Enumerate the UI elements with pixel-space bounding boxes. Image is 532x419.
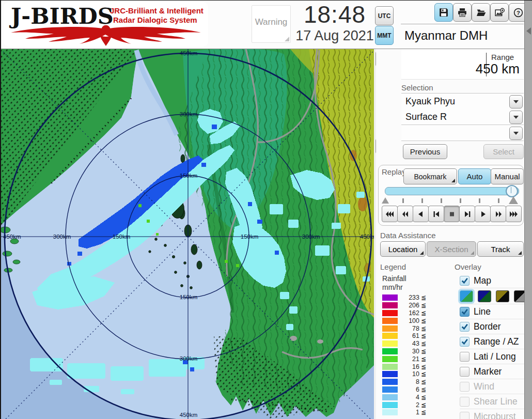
mmt-button[interactable]: MMT bbox=[375, 26, 394, 45]
checkbox-marker[interactable] bbox=[460, 367, 470, 377]
print-button[interactable] bbox=[453, 3, 472, 22]
legend-row: 233 ≦ bbox=[382, 294, 439, 302]
legend-swatch bbox=[382, 333, 398, 339]
timeline-start-marker[interactable] bbox=[382, 197, 389, 204]
legend-row: 1 ≦ bbox=[382, 409, 439, 416]
checkbox-range-az[interactable] bbox=[460, 337, 470, 347]
map-style-navy-darkgreen[interactable] bbox=[478, 290, 491, 302]
overlay-item-label: Marker bbox=[474, 366, 502, 377]
fast-rewind-triple-button[interactable] bbox=[382, 206, 398, 222]
legend-value: 1 bbox=[398, 409, 419, 416]
legend-scale: 233 ≦ 206 ≦ 162 ≦ 100 ≦ 78 ≦ 61 ≦ 43 ≦ 3… bbox=[382, 294, 439, 416]
legend-swatch bbox=[382, 364, 398, 370]
legend-row: 2 ≦ bbox=[382, 401, 439, 409]
utc-button[interactable]: UTC bbox=[375, 6, 394, 25]
overlay-item-border[interactable]: Border bbox=[460, 319, 525, 334]
open-file-button[interactable] bbox=[472, 3, 490, 22]
legend-operator: ≦ bbox=[421, 355, 426, 363]
legend-operator: ≦ bbox=[421, 340, 426, 347]
legend-row: 30 ≦ bbox=[382, 348, 439, 355]
radar-map-area[interactable]: 450km300km150km150km300km450km450km300km… bbox=[1, 49, 374, 419]
capture-button[interactable] bbox=[490, 3, 509, 22]
overlay-item-label: Map bbox=[474, 275, 491, 286]
jbirds-application: J-BIRDS JRC-Brilliant & Intelligent Rada… bbox=[0, 0, 532, 419]
location-button[interactable]: Location bbox=[380, 241, 426, 257]
legend-value: 16 bbox=[398, 363, 419, 370]
step-forward-icon bbox=[463, 210, 472, 218]
image-add-icon bbox=[495, 8, 505, 18]
legend-operator: ≦ bbox=[421, 317, 426, 324]
legend-swatch bbox=[382, 325, 398, 332]
replay-timeline-track[interactable] bbox=[385, 187, 519, 195]
selection-dropdown-product[interactable]: Surface R bbox=[401, 109, 524, 125]
play-reverse-button[interactable] bbox=[413, 206, 429, 222]
legend-operator: ≦ bbox=[421, 309, 426, 317]
track-button[interactable]: Track bbox=[477, 241, 524, 257]
replay-timeline-handle[interactable] bbox=[506, 185, 518, 197]
logo-title: J-BIRDS bbox=[9, 3, 114, 29]
collapse-panel-icon[interactable] bbox=[526, 27, 531, 35]
open-folder-icon bbox=[476, 8, 486, 18]
range-value: 450 km bbox=[476, 61, 520, 77]
fast-forward-button[interactable] bbox=[490, 206, 506, 222]
dropdown-arrow-button[interactable] bbox=[509, 111, 523, 124]
clock-time: 18:48 bbox=[293, 1, 376, 28]
legend-value: 233 bbox=[398, 294, 419, 301]
manual-button[interactable]: Manual bbox=[491, 168, 524, 184]
ring-label: 150km bbox=[180, 173, 198, 179]
data-assistance-label: Data Assistance bbox=[380, 231, 436, 240]
legend-row: 21 ≦ bbox=[382, 355, 439, 363]
select-button[interactable]: Select bbox=[483, 144, 524, 159]
fast-forward-triple-button[interactable] bbox=[506, 206, 522, 222]
overlay-item-wind: Wind bbox=[460, 379, 525, 394]
dropdown-arrow-button[interactable] bbox=[509, 127, 523, 140]
panel-edge-strip bbox=[524, 1, 532, 419]
legend-operator: ≦ bbox=[421, 370, 426, 378]
bookmark-button[interactable]: Bookmark bbox=[403, 168, 457, 184]
checkbox-border[interactable] bbox=[460, 322, 470, 332]
overlay-item-label: Line bbox=[474, 306, 491, 317]
legend-value: 30 bbox=[398, 348, 419, 355]
overlay-item-marker[interactable]: Marker bbox=[460, 364, 525, 379]
selection-dropdown-site[interactable]: Kyauk Phyu bbox=[401, 93, 524, 110]
overlay-item-map[interactable]: Map bbox=[460, 273, 525, 288]
header-bar: J-BIRDS JRC-Brilliant & Intelligent Rada… bbox=[1, 1, 532, 49]
range-panel: Range 450 km bbox=[401, 50, 524, 80]
legend-swatch bbox=[382, 402, 398, 408]
menu-corner-icon bbox=[451, 179, 455, 182]
chevron-down-icon bbox=[513, 116, 519, 119]
legend-operator: ≦ bbox=[421, 386, 426, 393]
legend-swatch bbox=[382, 348, 398, 354]
overlay-item-lati-long[interactable]: Lati / Long bbox=[460, 349, 525, 364]
map-style-olive-black[interactable] bbox=[496, 290, 509, 302]
step-forward-button[interactable] bbox=[459, 206, 475, 222]
x-section-button[interactable]: X-Section bbox=[427, 241, 476, 257]
stop-button[interactable] bbox=[444, 206, 460, 222]
legend-row: 61 ≦ bbox=[382, 332, 439, 340]
save-button[interactable] bbox=[434, 3, 453, 22]
fast-rewind-button[interactable] bbox=[397, 206, 413, 222]
previous-button[interactable]: Previous bbox=[403, 144, 447, 159]
control-sidebar: Range 450 km Selection Kyauk Phyu Surfac… bbox=[376, 49, 525, 419]
auto-button[interactable]: Auto bbox=[458, 168, 491, 184]
overlay-item-range-az[interactable]: Range / AZ bbox=[460, 334, 525, 349]
replay-panel: Replay Bookmark Auto Manual bbox=[378, 165, 524, 226]
legend-operator: ≦ bbox=[421, 363, 426, 370]
radar-map[interactable]: 450km300km150km150km300km450km450km300km… bbox=[1, 49, 374, 419]
legend-value: 61 bbox=[398, 332, 419, 339]
play-button[interactable] bbox=[475, 206, 491, 222]
dropdown-arrow-button[interactable] bbox=[509, 95, 523, 108]
step-back-button[interactable] bbox=[428, 206, 444, 222]
jbirds-logo: J-BIRDS JRC-Brilliant & Intelligent Rada… bbox=[4, 2, 208, 46]
checkbox-lati-long[interactable] bbox=[460, 352, 470, 362]
checkbox-line[interactable] bbox=[460, 307, 470, 317]
timeline-tick bbox=[498, 198, 499, 203]
overlay-item-line[interactable]: Line bbox=[460, 304, 525, 319]
legend-swatch bbox=[382, 310, 398, 316]
selection-dropdown-extra[interactable] bbox=[401, 125, 524, 141]
ring-label: 150km bbox=[241, 234, 259, 240]
legend-swatch bbox=[382, 356, 398, 362]
timeline-end-marker[interactable] bbox=[509, 196, 518, 204]
checkbox-map[interactable] bbox=[460, 276, 470, 286]
map-style-blue-green[interactable] bbox=[460, 290, 473, 302]
